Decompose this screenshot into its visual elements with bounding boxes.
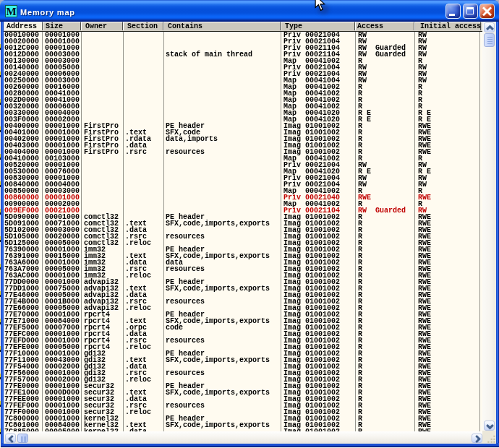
svg-text:M: M bbox=[6, 6, 16, 17]
